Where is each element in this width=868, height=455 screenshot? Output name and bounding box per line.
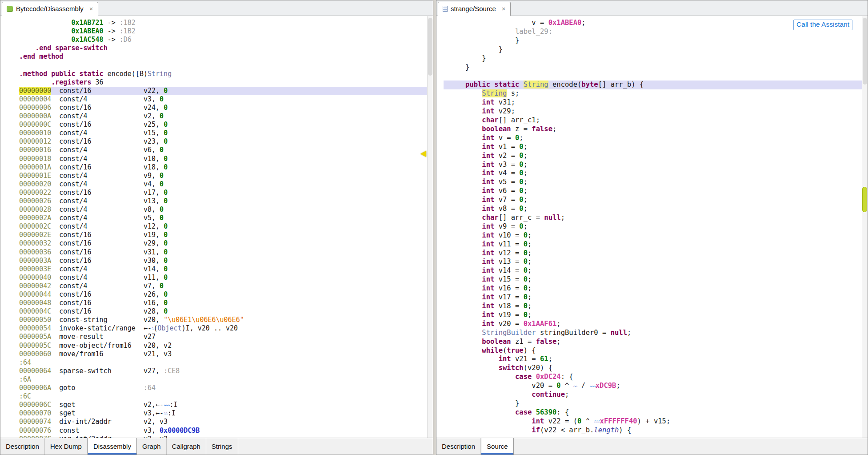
code-line[interactable]: char[] arr_c = null; xyxy=(436,213,862,222)
code-line[interactable]: int v14 = 0; xyxy=(436,266,862,275)
code-line[interactable] xyxy=(0,61,427,69)
code-line[interactable]: .registers 36 xyxy=(0,78,427,87)
code-line[interactable]: 00000050 const-string v20, "\u06E1\u06E6… xyxy=(0,316,427,324)
close-icon[interactable]: × xyxy=(502,5,506,12)
code-line[interactable]: int v29; xyxy=(436,107,862,116)
code-line[interactable]: .end sparse-switch xyxy=(0,44,427,52)
code-line[interactable]: int v7 = 0; xyxy=(436,196,862,205)
code-line[interactable]: 00000074 div-int/2addr v2, v3 xyxy=(0,418,427,426)
code-line[interactable]: int v6 = 0; xyxy=(436,187,862,196)
code-line[interactable]: 00000026 const/4 v13, 0 xyxy=(0,197,427,205)
code-line[interactable]: StringBuilder stringBuilder0 = null; xyxy=(436,329,862,338)
code-line[interactable]: 0000002C const/4 v12, 0 xyxy=(0,222,427,231)
code-line[interactable]: 00000036 const/16 v31, 0 xyxy=(0,248,427,257)
code-line[interactable]: char[] arr_c1; xyxy=(436,116,862,125)
right-scrollbar-thumb[interactable] xyxy=(863,18,867,85)
code-line[interactable]: int v16 = 0; xyxy=(436,284,862,293)
code-line[interactable]: case 0xDC24: { xyxy=(436,373,862,382)
code-line[interactable]: int v13 = 0; xyxy=(436,258,862,266)
code-line[interactable]: 0000000A const/4 v2, 0 xyxy=(0,112,427,121)
bottom-tab-source[interactable]: Source xyxy=(481,438,514,455)
bottom-tab-description[interactable]: Description xyxy=(436,438,481,455)
code-line[interactable]: 00000076 const v3, 0x0000DC9B xyxy=(0,427,427,435)
code-line[interactable]: } xyxy=(436,399,862,408)
code-line[interactable]: switch(v20) { xyxy=(436,364,862,373)
code-line[interactable]: while(true) { xyxy=(436,346,862,355)
code-line[interactable]: int v20 = 0x1AAF61; xyxy=(436,320,862,329)
code-line[interactable]: 00000048 const/16 v16, 0 xyxy=(0,299,427,307)
code-line[interactable]: int v11 = 0; xyxy=(436,240,862,249)
code-line[interactable]: } xyxy=(436,63,862,72)
code-line[interactable]: 0000000C const/16 v25, 0 xyxy=(0,121,427,129)
code-line[interactable]: int v21 = 61; xyxy=(436,355,862,364)
tab-bytecode-disassembly[interactable]: Bytecode/Disassembly × xyxy=(2,2,98,16)
code-line[interactable]: 0000007C xor-int/2addr v2, v3 xyxy=(0,435,427,438)
code-line[interactable] xyxy=(436,72,862,81)
code-line[interactable]: :6C xyxy=(0,392,427,401)
code-line[interactable]: 0000001E const/4 v9, 0 xyxy=(0,172,427,180)
code-line[interactable]: int v15 = 0; xyxy=(436,275,862,284)
code-line[interactable]: int v12 = 0; xyxy=(436,249,862,258)
code-line[interactable]: 00000060 move/from16 v21, v3 xyxy=(0,350,427,358)
bottom-tab-disassembly[interactable]: Disassembly xyxy=(88,438,137,455)
code-line[interactable]: 0x1AC548 -> :D6 xyxy=(0,36,427,44)
code-line[interactable]: case 56390: { xyxy=(436,408,862,417)
code-line[interactable]: int v10 = 0; xyxy=(436,231,862,240)
code-line[interactable]: v20 = 0 ^ ∴∴ / ∴∴∴xDC9B; xyxy=(436,382,862,391)
code-line[interactable]: 00000054 invoke-static/range ←-∴(Object)… xyxy=(0,324,427,333)
bottom-tab-description[interactable]: Description xyxy=(0,438,45,455)
code-line[interactable]: int v8 = 0; xyxy=(436,205,862,213)
code-line[interactable]: 00000032 const/16 v29, 0 xyxy=(0,239,427,248)
code-line[interactable]: 00000000 const/16 v22, 0 xyxy=(19,87,427,95)
code-line[interactable]: int v17 = 0; xyxy=(436,293,862,302)
search-result-marker[interactable] xyxy=(862,187,867,212)
code-line[interactable]: if(v22 < arr_b.length) { xyxy=(436,426,862,435)
code-line[interactable]: .end method xyxy=(0,52,427,61)
code-line[interactable]: 00000040 const/4 v11, 0 xyxy=(0,274,427,282)
code-line[interactable]: } xyxy=(436,45,862,54)
code-line[interactable]: 00000016 const/4 v6, 0 xyxy=(0,146,427,154)
code-line[interactable]: 0000002A const/4 v5, 0 xyxy=(0,214,427,222)
left-scrollbar[interactable] xyxy=(427,16,433,438)
code-line[interactable]: 00000004 const/4 v3, 0 xyxy=(0,95,427,104)
code-line[interactable]: } xyxy=(436,36,862,45)
bottom-tab-graph[interactable]: Graph xyxy=(137,438,167,455)
code-line[interactable]: public static String encode(byte[] arr_b… xyxy=(444,81,862,89)
close-icon[interactable]: × xyxy=(89,5,93,12)
bottom-tab-hex-dump[interactable]: Hex Dump xyxy=(45,438,88,455)
call-assistant-button[interactable]: Call the Assistant xyxy=(793,20,852,30)
code-line[interactable]: int v1 = 0; xyxy=(436,143,862,152)
code-line[interactable]: int v = 0; xyxy=(436,134,862,143)
code-line[interactable]: } xyxy=(436,54,862,63)
code-line[interactable]: 0000001A const/16 v18, 0 xyxy=(0,163,427,172)
code-line[interactable]: continue; xyxy=(436,391,862,399)
tab-strange-source[interactable]: strange/Source × xyxy=(438,2,511,16)
code-line[interactable]: 0000004C const/16 v28, 0 xyxy=(0,307,427,316)
code-line[interactable]: 0000006A goto :64 xyxy=(0,384,427,392)
code-line[interactable]: 00000028 const/4 v8, 0 xyxy=(0,205,427,214)
code-line[interactable]: 0000005A move-result v27 xyxy=(0,333,427,341)
code-line[interactable]: .method public static encode([B)String xyxy=(0,70,427,78)
code-line[interactable]: :64 xyxy=(0,358,427,367)
code-line[interactable]: boolean z = false; xyxy=(436,125,862,134)
code-line[interactable]: 00000022 const/16 v17, 0 xyxy=(0,189,427,197)
code-line[interactable]: 00000012 const/16 v23, 0 xyxy=(0,137,427,146)
code-line[interactable]: int v5 = 0; xyxy=(436,178,862,187)
code-line[interactable]: 0000003A const/16 v30, 0 xyxy=(0,257,427,265)
code-line[interactable]: int v19 = 0; xyxy=(436,311,862,320)
code-line[interactable]: boolean z1 = false; xyxy=(436,338,862,346)
code-line[interactable]: 0000003E const/4 v14, 0 xyxy=(0,265,427,274)
code-line[interactable]: 00000042 const/4 v7, 0 xyxy=(0,282,427,290)
left-scrollbar-thumb[interactable] xyxy=(428,18,432,76)
code-line[interactable]: int v22 = (0 ^ ∴∴∴xFFFFFF40) + v15; xyxy=(436,417,862,426)
code-line[interactable]: int v2 = 0; xyxy=(436,152,862,161)
code-line[interactable]: 00000070 sget v3,←-∴∴:I xyxy=(0,409,427,418)
code-line[interactable]: 0x1ABEA0 -> :1B2 xyxy=(0,27,427,36)
code-line[interactable]: 0000005C move-object/from16 v20, v2 xyxy=(0,342,427,350)
code-line[interactable]: int v18 = 0; xyxy=(436,302,862,311)
code-line[interactable]: 00000018 const/4 v10, 0 xyxy=(0,155,427,163)
code-line[interactable]: 00000010 const/4 v15, 0 xyxy=(0,129,427,137)
code-line[interactable]: 00000064 sparse-switch v27, :CE8 xyxy=(0,367,427,375)
code-line[interactable]: int v31; xyxy=(436,98,862,107)
code-line[interactable]: int v9 = 0; xyxy=(436,222,862,231)
